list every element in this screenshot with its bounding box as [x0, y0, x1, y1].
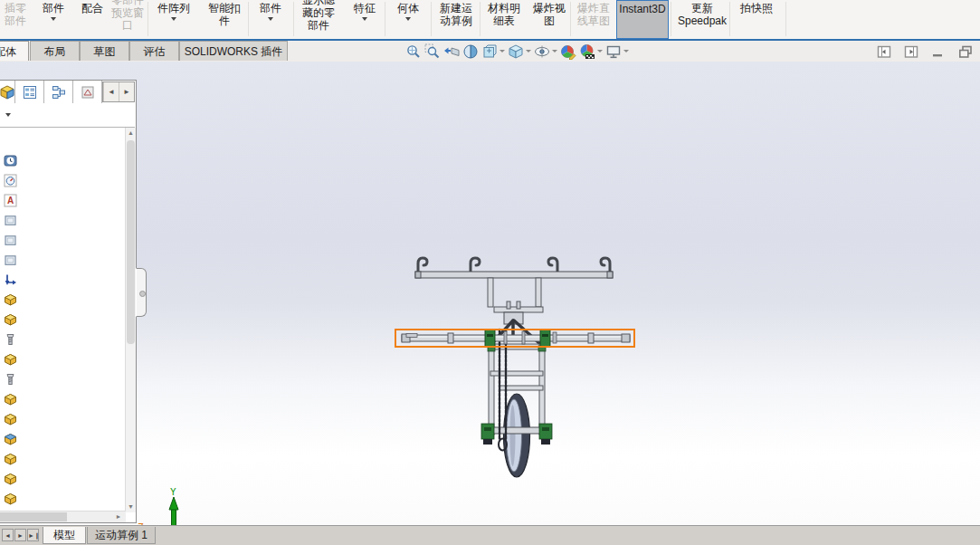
panel-filter-row[interactable] — [0, 104, 135, 128]
ribbon-button-take-snapshot[interactable]: 拍快照 — [733, 0, 780, 39]
scroll-panel-tabs-right-icon[interactable]: ► — [119, 82, 134, 101]
dropdown-arrow-icon[interactable] — [362, 17, 367, 21]
configurationmanager-tab[interactable] — [44, 81, 73, 103]
dropdown-arrow-icon[interactable] — [500, 50, 505, 53]
hide-show-items-icon[interactable] — [534, 43, 557, 60]
tree-horizontal-scrollbar[interactable]: ► — [0, 511, 126, 522]
dropdown-arrow-icon[interactable] — [171, 17, 176, 21]
filter-dropdown-icon[interactable] — [5, 113, 11, 117]
doc-tab-1[interactable]: 运动算例 1 — [87, 527, 156, 544]
view-orientation-icon[interactable] — [481, 43, 505, 60]
scrollbar-thumb[interactable] — [0, 512, 67, 521]
assembly-model[interactable] — [385, 235, 652, 498]
ribbon-button-label: 爆炸视 — [528, 2, 570, 14]
tree-item[interactable] — [0, 230, 126, 250]
dropdown-arrow-icon[interactable] — [268, 17, 273, 21]
scroll-right-icon[interactable]: ► — [113, 512, 124, 522]
scroll-up-icon[interactable]: ▲ — [126, 128, 136, 139]
ribbon-group-separator — [293, 2, 294, 36]
propertymanager-tab[interactable] — [15, 81, 44, 103]
apply-scene-icon[interactable] — [579, 43, 603, 60]
tree-item[interactable] — [0, 210, 126, 230]
command-tab-4[interactable]: SOLIDWORKS 插件 — [179, 41, 288, 61]
ribbon-button-label: 件阵列 — [150, 2, 197, 14]
scroll-panel-tabs-left-icon[interactable]: ◄ — [103, 82, 119, 101]
ribbon-button-smart-fasteners[interactable]: 智能扣件 — [201, 0, 248, 39]
scroll-down-icon[interactable]: ▼ — [126, 502, 136, 512]
tree-item[interactable] — [0, 250, 126, 270]
scrollbar-thumb[interactable] — [127, 140, 135, 344]
ribbon-button-reference-geometry[interactable]: 何体 — [387, 0, 429, 39]
dropdown-arrow-icon[interactable] — [51, 17, 56, 21]
tree-item[interactable] — [0, 290, 126, 310]
command-manager-ribbon: 插零部件部件配合零部件预览窗口件阵列智能扣件部件显示隐藏的零部件特征何体新建运动… — [0, 0, 980, 39]
ribbon-button-bill-of-materials[interactable]: 材料明细表 — [481, 0, 527, 39]
scroll-doc-tabs-right-icon[interactable]: ► — [14, 529, 26, 541]
minimize-icon[interactable] — [931, 45, 946, 62]
panel-splitter-handle[interactable] — [136, 268, 147, 317]
tree-item[interactable] — [0, 349, 126, 369]
tree-vertical-scrollbar[interactable]: ▲ ▼ — [125, 128, 136, 512]
tree-item[interactable] — [0, 310, 126, 330]
zoom-to-fit-icon[interactable] — [405, 43, 422, 60]
scroll-doc-tabs-left-icon[interactable]: ◄ — [2, 529, 14, 541]
ribbon-button-component-pattern[interactable]: 件阵列 — [150, 0, 197, 39]
tree-item[interactable] — [0, 409, 126, 429]
ribbon-button-show-hidden-components[interactable]: 显示隐藏的零部件 — [295, 0, 342, 39]
command-tab-3[interactable]: 评估 — [129, 41, 179, 61]
ribbon-button-instant3d[interactable]: Instant3D — [616, 0, 669, 39]
command-tab-2[interactable]: 草图 — [80, 41, 129, 61]
part-icon — [4, 353, 17, 367]
ribbon-button-label: 线草图 — [572, 14, 615, 27]
ribbon-button-update-speedpak[interactable]: 更新Speedpak — [673, 0, 731, 39]
doc-tab-0[interactable]: 模型 — [43, 527, 86, 544]
command-tab-0[interactable]: 配体 — [0, 41, 29, 61]
tree-item[interactable] — [0, 130, 126, 150]
tree-item[interactable]: A — [0, 190, 126, 210]
tree-item[interactable] — [0, 469, 126, 489]
dropdown-arrow-icon[interactable] — [552, 50, 557, 53]
ribbon-button-label: 插零 — [0, 2, 31, 14]
section-view-icon[interactable] — [462, 43, 479, 60]
command-tab-1[interactable]: 布局 — [30, 41, 80, 61]
graphics-viewport[interactable]: Z Y — [0, 62, 980, 525]
ribbon-button-label: 何体 — [387, 2, 429, 14]
tree-item[interactable] — [0, 489, 126, 509]
ribbon-button-new-motion-study[interactable]: 新建运动算例 — [433, 0, 480, 39]
ribbon-button-label: 拍快照 — [733, 2, 780, 14]
dropdown-arrow-icon[interactable] — [623, 50, 629, 53]
ribbon-button-component[interactable]: 部件 — [33, 0, 74, 39]
zoom-to-area-icon[interactable] — [424, 43, 441, 60]
ribbon-group-separator — [785, 2, 786, 36]
tree-item[interactable] — [0, 170, 126, 190]
edit-appearance-icon[interactable] — [560, 43, 576, 60]
ribbon-button-label: 部件 — [0, 14, 31, 27]
ribbon-button-mate[interactable]: 配合 — [74, 0, 110, 39]
ribbon-button-label: 显示隐 — [295, 0, 342, 6]
dropdown-arrow-icon[interactable] — [405, 17, 411, 21]
tree-item[interactable] — [0, 369, 126, 389]
tree-item[interactable] — [0, 330, 126, 349]
restore-icon[interactable] — [958, 45, 973, 62]
tree-item[interactable] — [0, 449, 126, 469]
previous-view-icon[interactable] — [443, 43, 460, 60]
dropdown-arrow-icon[interactable] — [597, 50, 603, 53]
display-style-icon[interactable] — [508, 43, 531, 60]
scroll-doc-tabs-last-icon[interactable]: ►❙ — [27, 529, 39, 541]
ribbon-button-move-component[interactable]: 部件 — [250, 0, 291, 39]
tree-item[interactable] — [0, 270, 126, 290]
featuremanager-tab[interactable] — [0, 81, 15, 103]
view-settings-icon[interactable] — [605, 43, 629, 60]
collapse-right-pane-icon[interactable] — [904, 45, 918, 62]
ribbon-button-assembly-features[interactable]: 特征 — [344, 0, 385, 39]
tree-item[interactable] — [0, 389, 126, 409]
dropdown-arrow-icon[interactable] — [526, 50, 531, 53]
tree-item[interactable] — [0, 150, 126, 170]
dimxpertmanager-tab[interactable] — [73, 81, 102, 103]
collapse-left-pane-icon[interactable] — [877, 45, 891, 62]
ribbon-button-exploded-view[interactable]: 爆炸视图 — [528, 0, 570, 39]
tree-item[interactable] — [0, 429, 126, 449]
svg-text:Y: Y — [170, 486, 176, 498]
plane-icon — [4, 253, 17, 267]
panel-tab-scroller: ◄► — [102, 81, 135, 102]
